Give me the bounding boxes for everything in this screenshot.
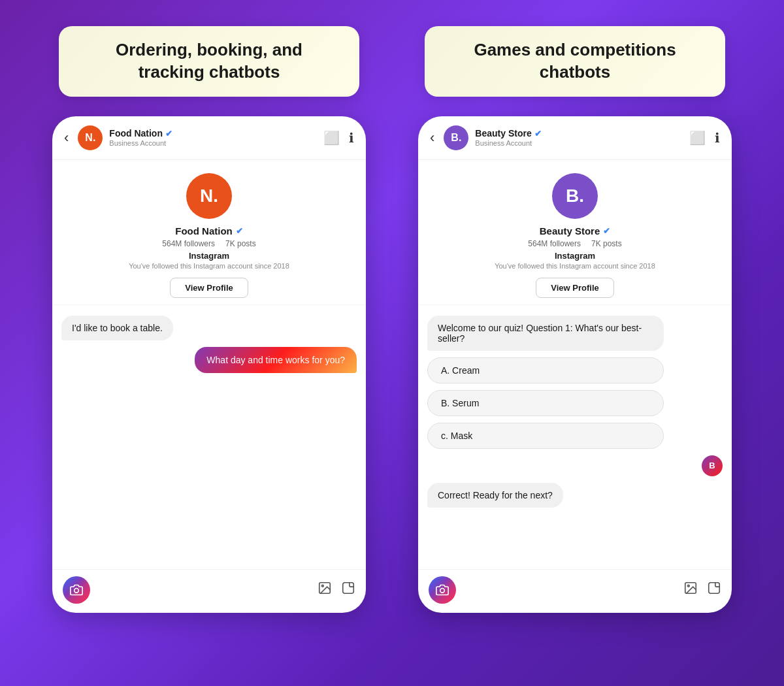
left-chat-area: I'd like to book a table. What day and t… bbox=[52, 305, 366, 569]
left-nav-subtitle: Business Account bbox=[109, 139, 317, 147]
left-posts: 7K posts bbox=[225, 239, 256, 248]
right-gallery-icon[interactable] bbox=[683, 581, 698, 598]
right-card-wrapper: Games and competitions chatbots ‹ B. Bea… bbox=[405, 26, 745, 613]
right-user-mini-avatar: B bbox=[702, 455, 723, 476]
right-back-button[interactable]: ‹ bbox=[430, 129, 434, 146]
right-quiz-response: Correct! Ready for the next? bbox=[427, 483, 563, 508]
left-category-label: Ordering, booking, and tracking chatbots bbox=[59, 26, 359, 97]
right-followed-since: You've followed this Instagram account s… bbox=[495, 262, 655, 270]
svg-rect-7 bbox=[709, 583, 720, 594]
svg-point-2 bbox=[321, 585, 323, 587]
right-user-answer-row: B bbox=[427, 455, 723, 476]
right-profile-verified: ✔ bbox=[603, 226, 610, 236]
left-info-icon[interactable]: ℹ bbox=[349, 130, 354, 146]
left-camera-button[interactable] bbox=[63, 576, 90, 604]
left-msg-sent-1: What day and time works for you? bbox=[195, 347, 357, 373]
right-nav-name-text: Beauty Store bbox=[475, 128, 531, 139]
right-verified-badge: ✔ bbox=[534, 129, 542, 139]
svg-point-0 bbox=[74, 588, 79, 593]
left-profile-name: Food Nation bbox=[175, 225, 232, 237]
left-nav-name: Food Nation ✔ bbox=[109, 128, 317, 139]
left-camera-icon bbox=[70, 583, 83, 596]
right-phone-bottom bbox=[418, 569, 732, 613]
left-profile-name-row: Food Nation ✔ bbox=[175, 225, 242, 237]
right-view-profile-button[interactable]: View Profile bbox=[536, 278, 613, 298]
left-back-button[interactable]: ‹ bbox=[64, 129, 69, 146]
left-phone-nav: ‹ N. Food Nation ✔ Business Account ⬜ ℹ bbox=[52, 116, 366, 160]
left-profile-avatar: N. bbox=[186, 173, 232, 219]
right-info-icon[interactable]: ℹ bbox=[715, 130, 720, 146]
right-nav-avatar: B. bbox=[444, 125, 468, 150]
right-phone-frame: ‹ B. Beauty Store ✔ Business Account ⬜ ℹ… bbox=[418, 116, 732, 613]
right-quiz-question: Welcome to our quiz! Question 1: What's … bbox=[427, 316, 664, 351]
left-profile-verified: ✔ bbox=[236, 226, 243, 236]
left-profile-section: N. Food Nation ✔ 564M followers 7K posts… bbox=[52, 160, 366, 305]
right-category-label: Games and competitions chatbots bbox=[425, 26, 725, 97]
right-profile-section: B. Beauty Store ✔ 564M followers 7K post… bbox=[418, 160, 732, 305]
left-phone-frame: ‹ N. Food Nation ✔ Business Account ⬜ ℹ … bbox=[52, 116, 366, 613]
svg-point-4 bbox=[440, 588, 445, 593]
left-verified-badge: ✔ bbox=[165, 129, 172, 139]
right-quiz-option-a[interactable]: A. Cream bbox=[427, 357, 664, 384]
right-followers: 564M followers bbox=[528, 239, 581, 248]
right-nav-subtitle: Business Account bbox=[475, 139, 683, 147]
main-cards-row: Ordering, booking, and tracking chatbots… bbox=[39, 26, 745, 613]
left-gallery-icon[interactable] bbox=[318, 581, 332, 598]
svg-rect-3 bbox=[343, 583, 354, 594]
left-card-wrapper: Ordering, booking, and tracking chatbots… bbox=[39, 26, 379, 613]
right-posts: 7K posts bbox=[591, 239, 622, 248]
right-profile-name-row: Beauty Store ✔ bbox=[540, 225, 611, 237]
left-nav-avatar: N. bbox=[78, 125, 103, 150]
left-video-icon[interactable]: ⬜ bbox=[323, 130, 340, 146]
right-profile-avatar: B. bbox=[552, 173, 598, 219]
right-nav-info: Beauty Store ✔ Business Account bbox=[475, 128, 683, 147]
right-video-icon[interactable]: ⬜ bbox=[689, 130, 706, 146]
left-followed-since: You've followed this Instagram account s… bbox=[129, 262, 289, 270]
right-profile-stats: 564M followers 7K posts bbox=[528, 239, 621, 248]
right-phone-nav: ‹ B. Beauty Store ✔ Business Account ⬜ ℹ bbox=[418, 116, 732, 160]
right-camera-button[interactable] bbox=[429, 576, 456, 604]
left-followers: 564M followers bbox=[162, 239, 215, 248]
right-nav-name: Beauty Store ✔ bbox=[475, 128, 683, 139]
right-platform: Instagram bbox=[555, 251, 595, 261]
right-chat-area: Welcome to our quiz! Question 1: What's … bbox=[418, 305, 732, 569]
right-camera-icon bbox=[436, 583, 449, 596]
left-nav-name-text: Food Nation bbox=[109, 128, 163, 139]
left-msg-received-1: I'd like to book a table. bbox=[61, 316, 173, 340]
right-quiz-option-c[interactable]: c. Mask bbox=[427, 423, 664, 449]
left-profile-stats: 564M followers 7K posts bbox=[162, 239, 255, 248]
svg-point-6 bbox=[687, 585, 689, 587]
left-nav-icons: ⬜ ℹ bbox=[323, 130, 354, 146]
left-phone-bottom bbox=[52, 569, 366, 613]
right-profile-name: Beauty Store bbox=[540, 225, 600, 237]
left-nav-info: Food Nation ✔ Business Account bbox=[109, 128, 317, 147]
right-nav-icons: ⬜ ℹ bbox=[689, 130, 720, 146]
right-quiz-option-b[interactable]: B. Serum bbox=[427, 390, 664, 416]
left-platform: Instagram bbox=[189, 251, 229, 261]
left-view-profile-button[interactable]: View Profile bbox=[170, 278, 248, 298]
left-sticker-icon[interactable] bbox=[341, 581, 355, 598]
right-sticker-icon[interactable] bbox=[707, 581, 721, 598]
